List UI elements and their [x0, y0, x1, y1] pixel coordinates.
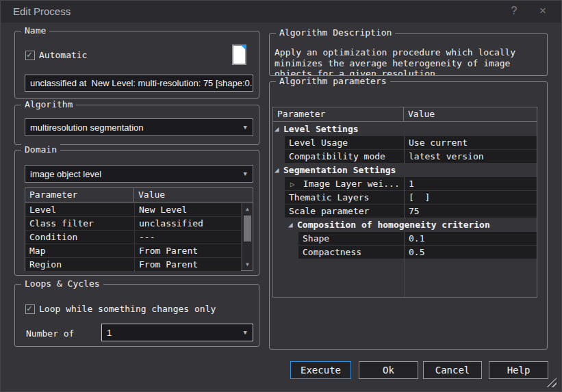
value-cell[interactable]: unclassified [135, 217, 241, 230]
parameters-group: Algorithm parameters Parameter Value ◢ L… [269, 81, 548, 350]
collapsed-triangle-icon[interactable]: ▷ [289, 178, 298, 190]
domain-selected: image object level [30, 169, 101, 179]
window-title: Edit Process [13, 1, 71, 23]
resize-grip-icon[interactable] [546, 378, 557, 387]
table-row[interactable]: LevelNew Level [25, 203, 241, 217]
scroll-up-icon[interactable]: ▲ [242, 204, 253, 214]
execute-button[interactable]: Execute [290, 361, 351, 379]
parameter-row[interactable]: Compatibility modelatest version [273, 150, 537, 164]
number-of-select[interactable]: 1 ▼ [101, 324, 253, 341]
table-row[interactable]: Condition--- [25, 231, 241, 244]
domain-table: Parameter Value LevelNew LevelClass filt… [25, 187, 253, 271]
value-cell[interactable]: 0.1 [405, 232, 537, 245]
value-cell[interactable]: 0.5 [405, 246, 537, 259]
expanded-triangle-icon[interactable]: ◢ [288, 218, 297, 232]
help-icon[interactable]: ? [502, 1, 526, 23]
value-cell[interactable]: 75 [405, 205, 537, 218]
new-document-icon[interactable] [232, 44, 246, 65]
value-cell[interactable]: Use current [405, 136, 537, 149]
param-cell: Scale parameter [285, 205, 404, 218]
domain-header-value: Value [134, 188, 165, 202]
param-cell: Compactness [298, 246, 404, 259]
algorithm-select[interactable]: multiresolution segmentation ▼ [25, 118, 253, 136]
parameters-table: Parameter Value ◢ Level SettingsLevel Us… [272, 107, 537, 298]
table-row[interactable]: MapFrom Parent [25, 244, 241, 258]
loops-group: Loops & Cycles ✓ Loop while something ch… [14, 284, 259, 347]
value-cell[interactable]: [ ] [405, 191, 537, 204]
loops-group-label: Loops & Cycles [21, 278, 103, 289]
category-label: Composition of homogeneity criterion [297, 218, 490, 232]
param-cell: Level Usage [285, 136, 404, 149]
param-cell: ▷ Image Layer wei... [285, 177, 404, 190]
param-cell: Map [25, 244, 134, 257]
parameter-row[interactable]: Scale parameter75 [273, 205, 537, 218]
category-label: Level Settings [283, 122, 359, 136]
cancel-button[interactable]: Cancel [423, 361, 482, 379]
value-cell[interactable]: --- [135, 231, 241, 244]
scrollbar-thumb[interactable] [244, 215, 251, 241]
automatic-checkbox[interactable]: ✓ Automatic [25, 50, 87, 60]
table-row[interactable]: RegionFrom Parent [25, 258, 241, 272]
parameter-category-row[interactable]: ◢ Composition of homogeneity criterion [273, 218, 537, 232]
scroll-down-icon[interactable]: ▼ [242, 259, 253, 270]
domain-header-parameter: Parameter [25, 188, 134, 202]
close-icon[interactable]: × [531, 1, 554, 23]
parameter-row[interactable]: Compactness0.5 [273, 246, 537, 259]
value-cell[interactable]: From Parent [135, 244, 241, 257]
parameter-category-row[interactable]: ◢ Segmentation Settings [273, 164, 537, 177]
document-fold [240, 44, 246, 51]
param-cell: Thematic Layers [285, 191, 404, 204]
titlebar: Edit Process ? × [1, 1, 561, 23]
automatic-label: Automatic [39, 50, 87, 60]
parameter-row[interactable]: Thematic Layers[ ] [273, 191, 537, 205]
algorithm-group: Algorithm multiresolution segmentation ▼ [14, 105, 259, 145]
domain-table-header: Parameter Value [25, 188, 253, 202]
param-cell: Condition [25, 231, 134, 244]
loop-checkbox[interactable]: ✓ Loop while something changes only [25, 304, 216, 314]
edit-process-dialog: Edit Process ? × Name ✓ Automatic unclas… [0, 0, 562, 392]
checkbox-icon[interactable]: ✓ [25, 304, 35, 314]
value-cell[interactable]: From Parent [135, 258, 241, 271]
param-cell: Class filter [25, 217, 134, 230]
description-group-label: Algorithm Description [276, 27, 395, 38]
chevron-down-icon[interactable]: ▼ [244, 124, 247, 131]
parameter-row[interactable]: Level UsageUse current [273, 136, 537, 150]
parameter-row[interactable]: ▷ Image Layer wei...1 [273, 177, 537, 191]
domain-select[interactable]: image object level ▼ [25, 165, 253, 183]
chevron-down-icon[interactable]: ▼ [244, 329, 247, 336]
ok-button[interactable]: Ok [359, 361, 418, 379]
value-cell[interactable]: New Level [135, 203, 241, 216]
number-of-value: 1 [107, 328, 112, 338]
param-header-parameter: Parameter [273, 107, 404, 121]
param-cell: Compatibility mode [285, 150, 404, 163]
table-row[interactable]: Class filterunclassified [25, 217, 241, 231]
domain-group: Domain image object level ▼ Parameter Va… [14, 150, 259, 276]
param-cell: Level [25, 203, 134, 216]
param-cell: Region [25, 258, 134, 271]
algorithm-selected: multiresolution segmentation [30, 122, 143, 133]
checkbox-icon[interactable]: ✓ [25, 51, 35, 60]
param-header-value: Value [404, 107, 435, 121]
chevron-down-icon[interactable]: ▼ [244, 170, 247, 177]
parameters-group-label: Algorithm parameters [276, 76, 390, 87]
parameter-category-row[interactable]: ◢ Level Settings [273, 122, 537, 136]
parameter-row[interactable]: Shape0.1 [273, 232, 537, 246]
number-of-label: Number of [26, 328, 74, 339]
process-name-input[interactable]: unclassified at New Level: multi-resolut… [25, 75, 253, 92]
domain-group-label: Domain [21, 144, 60, 155]
expanded-triangle-icon[interactable]: ◢ [274, 164, 283, 177]
description-group: Algorithm Description Apply an optimizat… [269, 33, 548, 76]
value-cell[interactable]: 1 [405, 177, 537, 190]
param-cell: Shape [298, 232, 404, 245]
name-group: Name ✓ Automatic unclassified at New Lev… [14, 31, 259, 99]
algorithm-group-label: Algorithm [21, 99, 76, 110]
expanded-triangle-icon[interactable]: ◢ [274, 122, 283, 136]
algorithm-description-text: Apply an optimization procedure which lo… [274, 47, 543, 75]
domain-scrollbar[interactable]: ▲ ▼ [242, 203, 253, 270]
category-label: Segmentation Settings [283, 164, 396, 177]
value-cell[interactable]: latest version [405, 150, 537, 163]
parameters-table-header: Parameter Value [273, 107, 537, 122]
name-group-label: Name [21, 25, 49, 36]
loop-label: Loop while something changes only [39, 304, 216, 314]
help-button[interactable]: Help [489, 361, 548, 379]
